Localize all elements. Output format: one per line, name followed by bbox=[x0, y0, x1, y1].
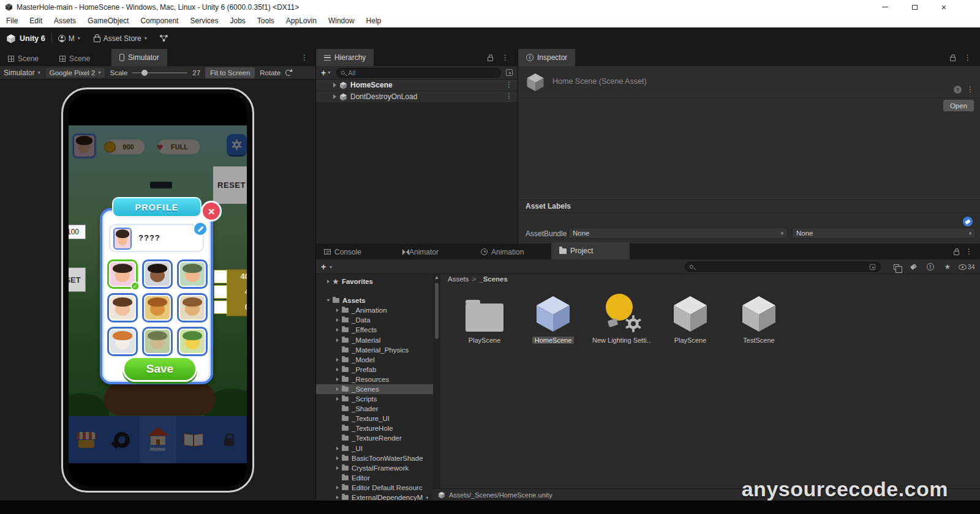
chevron-down-icon[interactable]: ▾ bbox=[328, 70, 330, 75]
saved-search-star-icon[interactable]: ★ bbox=[942, 262, 953, 272]
fit-to-screen-button[interactable]: Fit to Screen bbox=[205, 67, 255, 78]
expand-arrow-icon[interactable] bbox=[336, 368, 339, 371]
menu-jobs[interactable]: Jobs bbox=[230, 17, 245, 25]
avatar-option-selected[interactable]: ✓ bbox=[107, 259, 138, 289]
expand-arrow-icon[interactable] bbox=[336, 456, 339, 460]
project-search-input[interactable] bbox=[685, 262, 881, 272]
scale-slider-thumb[interactable] bbox=[141, 70, 148, 76]
avatar-option[interactable] bbox=[142, 327, 173, 356]
lock-icon[interactable] bbox=[950, 57, 956, 61]
breadcrumb-root[interactable]: Assets bbox=[448, 275, 469, 283]
lock-icon[interactable] bbox=[488, 57, 493, 61]
tree-item[interactable]: _Texture_UI bbox=[316, 414, 433, 423]
tree-item[interactable]: _UI bbox=[316, 444, 433, 453]
menu-file[interactable]: File bbox=[6, 17, 18, 25]
rotate-icon[interactable] bbox=[285, 70, 292, 76]
add-button[interactable]: + bbox=[321, 69, 326, 77]
expand-arrow-icon[interactable] bbox=[336, 358, 339, 362]
scroll-up-icon[interactable] bbox=[435, 276, 439, 279]
menu-gameobject[interactable]: GameObject bbox=[88, 17, 129, 25]
dialog-close-button[interactable]: × bbox=[201, 201, 222, 222]
reset-button[interactable]: RESET bbox=[213, 166, 247, 204]
tree-item[interactable]: CrystalFramework bbox=[316, 463, 433, 473]
row-menu-icon[interactable]: ⋮ bbox=[505, 81, 513, 88]
menu-applovin[interactable]: AppLovin bbox=[286, 17, 317, 25]
menu-help[interactable]: Help bbox=[366, 17, 382, 25]
tree-item[interactable]: _Data bbox=[316, 315, 433, 325]
expand-arrow-icon[interactable] bbox=[336, 486, 339, 490]
avatar-option[interactable] bbox=[142, 259, 173, 289]
asset-playscene-folder[interactable]: PlayScene bbox=[455, 292, 514, 344]
close-button[interactable]: × bbox=[930, 0, 958, 14]
search-picker-icon[interactable] bbox=[870, 264, 875, 269]
add-button[interactable]: + bbox=[321, 263, 326, 271]
tab-inspector[interactable]: iInspector bbox=[518, 49, 575, 66]
help-icon[interactable]: ? bbox=[954, 86, 962, 94]
asset-label-tag-icon[interactable] bbox=[963, 217, 973, 226]
expand-arrow-icon[interactable] bbox=[336, 338, 339, 342]
tree-item[interactable]: ExternalDependencyM▾ bbox=[316, 493, 433, 501]
tree-item-scenes-selected[interactable]: _Scenes bbox=[316, 384, 433, 394]
assetbundle-variant-dropdown[interactable]: None ▾ bbox=[792, 228, 976, 239]
collapse-arrow-icon[interactable] bbox=[326, 299, 330, 302]
tree-item[interactable]: BasicToonWaterShade bbox=[316, 453, 433, 463]
pane-menu-icon[interactable]: ⋮ bbox=[502, 54, 509, 61]
header-menu-icon[interactable]: ⋮ bbox=[967, 86, 974, 93]
menu-edit[interactable]: Edit bbox=[29, 17, 42, 25]
tree-item-favorites[interactable]: ★Favorites bbox=[316, 277, 433, 286]
menu-component[interactable]: Component bbox=[140, 17, 178, 25]
asset-homescene-selected[interactable]: HomeScene bbox=[524, 292, 582, 344]
tree-item[interactable]: _Animation bbox=[316, 305, 433, 315]
tab-scene-1[interactable]: Scene bbox=[0, 51, 47, 66]
pane-menu-icon[interactable]: ⋮ bbox=[301, 54, 308, 61]
debug-input[interactable] bbox=[214, 300, 227, 314]
assetbundle-dropdown[interactable]: None ▾ bbox=[568, 228, 788, 239]
scrollbar-thumb[interactable] bbox=[435, 283, 439, 339]
debug-input[interactable] bbox=[214, 285, 227, 299]
expand-arrow-icon[interactable] bbox=[336, 447, 339, 450]
tree-item[interactable]: _Scripts bbox=[316, 394, 433, 404]
asset-lighting-settings[interactable]: New Lighting Setti... bbox=[592, 292, 651, 344]
tab-animation[interactable]: Animation bbox=[473, 244, 551, 259]
edit-name-button[interactable] bbox=[193, 222, 208, 236]
pane-menu-icon[interactable]: ⋮ bbox=[965, 248, 973, 255]
avatar-option[interactable] bbox=[142, 293, 173, 322]
tab-scene-2[interactable]: Scene bbox=[51, 51, 98, 66]
tree-item[interactable]: _Model bbox=[316, 355, 433, 365]
menu-assets[interactable]: Assets bbox=[54, 17, 76, 25]
simulator-mode-dropdown[interactable]: Simulator▾ bbox=[4, 69, 40, 77]
debug-speed-field[interactable]: 100 bbox=[69, 225, 86, 239]
tree-item[interactable]: _Effects bbox=[316, 325, 433, 335]
scene-picker-icon[interactable] bbox=[506, 69, 513, 76]
scale-slider[interactable] bbox=[132, 72, 187, 73]
hidden-items-eye-icon[interactable] bbox=[957, 262, 968, 272]
chevron-down-icon[interactable]: ▾ bbox=[426, 495, 428, 501]
account-dropdown[interactable]: M ▾ bbox=[58, 34, 80, 43]
debug-input[interactable] bbox=[214, 270, 227, 283]
row-menu-icon[interactable]: ⋮ bbox=[505, 92, 513, 100]
avatar-option[interactable] bbox=[107, 293, 138, 322]
device-dropdown[interactable]: Google Pixel 2▾ bbox=[45, 67, 105, 78]
debug-set-button[interactable]: SET bbox=[69, 267, 86, 292]
tree-item[interactable]: _TextureRender bbox=[316, 433, 433, 443]
tree-item[interactable]: _Resources bbox=[316, 374, 433, 384]
expand-arrow-icon[interactable] bbox=[336, 318, 339, 322]
tree-scrollbar[interactable] bbox=[433, 274, 440, 488]
multiplayer-graph-icon[interactable] bbox=[159, 34, 168, 42]
tab-hierarchy[interactable]: Hierarchy bbox=[316, 49, 374, 66]
open-button[interactable]: Open bbox=[943, 100, 974, 111]
save-button[interactable]: Save bbox=[123, 356, 197, 382]
search-by-type-icon[interactable] bbox=[891, 262, 902, 272]
expand-arrow-icon[interactable] bbox=[336, 378, 339, 381]
menu-services[interactable]: Services bbox=[190, 17, 218, 25]
tree-item[interactable]: _TextureHole bbox=[316, 423, 433, 433]
tab-simulator[interactable]: Simulator bbox=[111, 49, 167, 66]
maximize-button[interactable] bbox=[900, 0, 929, 14]
expand-arrow-icon[interactable] bbox=[336, 387, 339, 391]
menu-tools[interactable]: Tools bbox=[257, 17, 274, 25]
search-by-label-icon[interactable] bbox=[908, 262, 919, 272]
chevron-down-icon[interactable]: ▾ bbox=[330, 264, 332, 270]
menu-window[interactable]: Window bbox=[328, 17, 355, 25]
avatar-option[interactable] bbox=[177, 327, 208, 356]
tree-item[interactable]: _Prefab bbox=[316, 365, 433, 374]
